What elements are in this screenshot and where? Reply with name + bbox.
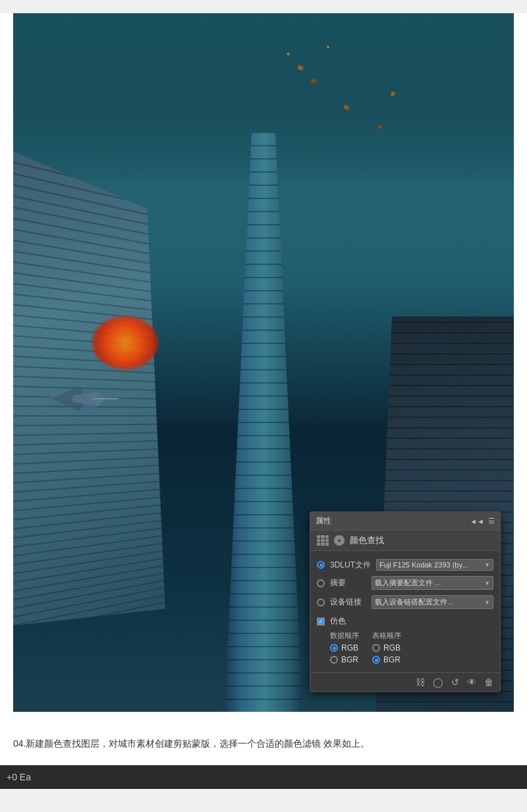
lut-label: 3DLUT文件 — [330, 560, 371, 571]
device-row: 设备链接 载入设备链搭配置文件... ▼ — [317, 593, 493, 612]
device-arrow-icon: ▼ — [484, 599, 490, 606]
lut-row: 3DLUT文件 Fuji F125 Kodak 2393 (by... ▼ — [317, 556, 493, 573]
caption-text: 04.新建颜色查找图层，对城市素材创建剪贴蒙版，选择一个合适的颜色滤镜 效果如上… — [13, 736, 514, 752]
table-bgr-label: BGR — [383, 655, 401, 664]
lut-radio[interactable] — [317, 561, 325, 569]
link-icon[interactable]: ⛓ — [416, 677, 425, 687]
table-bgr-radio[interactable] — [372, 656, 380, 664]
device-value: 载入设备链搭配置文件... — [375, 597, 453, 607]
table-rgb-label: RGB — [383, 643, 401, 652]
dither-section: ✓ 仿色 数据顺序 RGB — [317, 612, 493, 667]
properties-panel: 属性 ◄◄ ☰ ● 颜色查找 — [310, 511, 501, 692]
dither-row: ✓ 仿色 — [317, 614, 493, 628]
dither-checkbox[interactable]: ✓ — [317, 618, 325, 625]
table-rgb-row: RGB — [372, 643, 401, 652]
table-order-col: 表格顺序 RGB BGR — [372, 631, 401, 664]
lut-value: Fuji F125 Kodak 2393 (by... — [379, 561, 468, 569]
layer-icon: ● — [334, 535, 345, 546]
data-bgr-row: BGR — [330, 655, 359, 664]
panel-body: 3DLUT文件 Fuji F125 Kodak 2393 (by... ▼ 摘要… — [310, 551, 500, 672]
table-bgr-row: BGR — [372, 655, 401, 664]
lut-arrow-icon: ▼ — [484, 562, 490, 568]
rotate-icon[interactable]: ↺ — [451, 677, 459, 687]
caption-area: 04.新建颜色查找图层，对城市素材创建剪贴蒙版，选择一个合适的颜色滤镜 效果如上… — [0, 725, 527, 765]
data-order-title: 数据顺序 — [330, 631, 359, 641]
abstract-row: 摘要 载入摘要配置文件 ... ▼ — [317, 573, 493, 593]
panel-title: 属性 — [316, 515, 331, 527]
aircraft — [40, 382, 119, 415]
bottom-bar-text: +0 Ea — [7, 772, 31, 782]
abstract-value: 载入摘要配置文件 ... — [375, 578, 441, 588]
table-rgb-radio[interactable] — [372, 644, 380, 652]
main-image: 属性 ◄◄ ☰ ● 颜色查找 — [13, 13, 514, 712]
data-rgb-label: RGB — [341, 643, 358, 652]
panel-header: ● 颜色查找 — [310, 531, 500, 551]
panel-footer: ⛓ ◯ ↺ 👁 🗑 — [310, 672, 500, 691]
data-bgr-radio[interactable] — [330, 656, 338, 664]
explosion-effect — [92, 316, 158, 369]
panel-header-title: 颜色查找 — [350, 535, 384, 546]
mask-icon[interactable]: ◯ — [433, 677, 443, 687]
page-wrapper: 属性 ◄◄ ☰ ● 颜色查找 — [0, 13, 527, 789]
dither-columns: 数据顺序 RGB BGR 表格顺序 — [317, 631, 493, 664]
caption-main: 04.新建颜色查找图层，对城市素材创建剪贴蒙版，选择一个合适的颜色滤镜 效果如上… — [13, 738, 370, 749]
device-label: 设备链接 — [330, 596, 366, 608]
data-bgr-label: BGR — [341, 655, 358, 664]
device-radio[interactable] — [317, 598, 325, 606]
data-rgb-radio[interactable] — [330, 644, 338, 652]
eye-icon[interactable]: 👁 — [467, 677, 476, 687]
panel-collapse-btn[interactable]: ◄◄ — [470, 517, 484, 525]
dither-label: 仿色 — [330, 616, 346, 627]
table-order-title: 表格顺序 — [372, 631, 401, 641]
bottom-bar: +0 Ea — [0, 765, 527, 789]
abstract-dropdown[interactable]: 载入摘要配置文件 ... ▼ — [372, 576, 493, 590]
panel-menu-btn[interactable]: ☰ — [488, 517, 495, 525]
panel-controls: ◄◄ ☰ — [470, 517, 495, 525]
lut-dropdown[interactable]: Fuji F125 Kodak 2393 (by... ▼ — [376, 559, 493, 571]
abstract-label: 摘要 — [330, 577, 366, 589]
trash-icon[interactable]: 🗑 — [484, 677, 493, 687]
data-rgb-row: RGB — [330, 643, 359, 652]
panel-titlebar: 属性 ◄◄ ☰ — [310, 512, 500, 531]
data-order-col: 数据顺序 RGB BGR — [330, 631, 359, 664]
grid-icon — [317, 535, 329, 546]
device-dropdown[interactable]: 载入设备链搭配置文件... ▼ — [372, 595, 493, 609]
abstract-radio[interactable] — [317, 579, 325, 587]
abstract-arrow-icon: ▼ — [484, 580, 490, 587]
